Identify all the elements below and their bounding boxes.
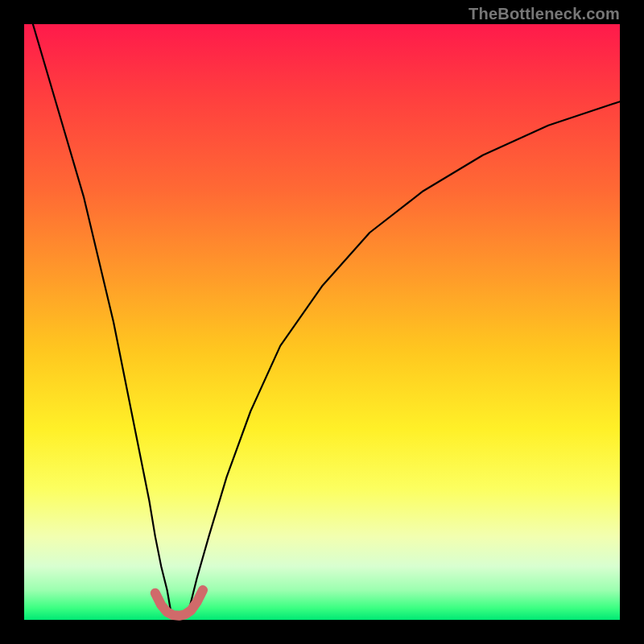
plot-area xyxy=(24,24,620,620)
canvas: TheBottleneck.com xyxy=(0,0,644,644)
watermark-text: TheBottleneck.com xyxy=(469,5,620,23)
